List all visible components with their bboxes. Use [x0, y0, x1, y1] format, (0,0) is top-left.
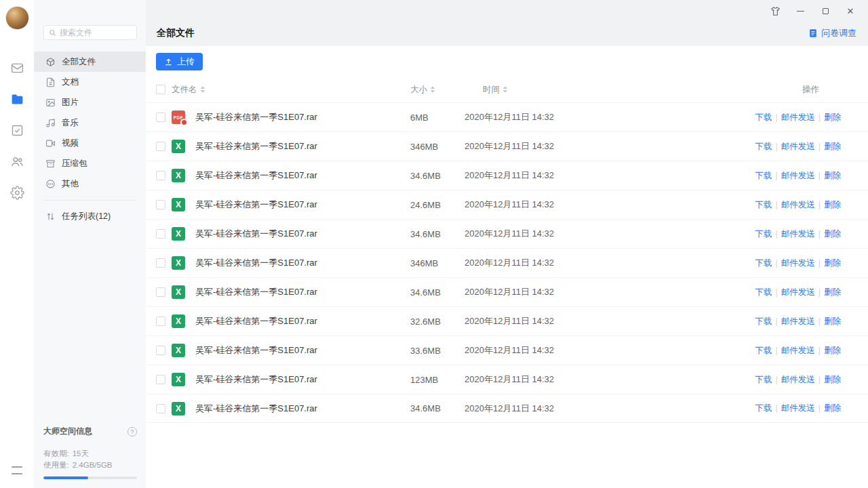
row-checkbox[interactable] — [156, 375, 165, 384]
minimize-button[interactable] — [792, 3, 808, 20]
download-link[interactable]: 下载 — [755, 287, 772, 297]
row-checkbox[interactable] — [156, 200, 165, 209]
close-button[interactable]: ✕ — [842, 3, 859, 20]
download-link[interactable]: 下载 — [755, 113, 772, 122]
delete-link[interactable]: 删除 — [824, 258, 841, 268]
file-name[interactable]: 吴军-硅谷来信第一季S1E07.rar — [195, 199, 317, 211]
email-send-link[interactable]: 邮件发送 — [781, 171, 815, 180]
row-checkbox[interactable] — [156, 142, 165, 151]
row-checkbox[interactable] — [156, 404, 165, 413]
file-name[interactable]: 吴军-硅谷来信第一季S1E07.rar — [195, 344, 317, 357]
email-send-link[interactable]: 邮件发送 — [781, 113, 815, 122]
theme-skin-icon[interactable] — [767, 3, 783, 20]
delete-link[interactable]: 删除 — [824, 317, 841, 326]
search-icon — [49, 29, 56, 37]
download-link[interactable]: 下载 — [755, 200, 772, 209]
sort-icon[interactable] — [201, 86, 205, 93]
sort-icon[interactable] — [431, 86, 435, 93]
download-link[interactable]: 下载 — [755, 171, 772, 180]
sidebar-item-label: 音乐 — [62, 117, 79, 129]
row-checkbox[interactable] — [156, 113, 165, 122]
sidebar-item-archives[interactable]: 压缩包 — [34, 153, 146, 174]
file-name[interactable]: 吴军-硅谷来信第一季S1E07.rar — [195, 315, 317, 327]
file-time: 2020年12月11日 14:32 — [465, 169, 665, 182]
mail-icon[interactable] — [9, 60, 25, 76]
file-name[interactable]: 吴军-硅谷来信第一季S1E07.rar — [195, 403, 317, 415]
sidebar-item-music[interactable]: 音乐 — [34, 113, 146, 133]
row-checkbox[interactable] — [156, 317, 165, 326]
row-checkbox[interactable] — [156, 287, 165, 297]
file-name[interactable]: 吴军-硅谷来信第一季S1E07.rar — [195, 169, 317, 182]
row-checkbox[interactable] — [156, 258, 165, 268]
file-name[interactable]: 吴军-硅谷来信第一季S1E07.rar — [195, 373, 317, 386]
tasks-icon[interactable] — [9, 122, 25, 138]
settings-icon[interactable] — [9, 184, 25, 201]
sidebar-item-videos[interactable]: 视频 — [34, 133, 146, 153]
delete-link[interactable]: 删除 — [824, 171, 841, 180]
email-send-link[interactable]: 邮件发送 — [781, 229, 815, 239]
column-name[interactable]: 文件名 — [172, 84, 410, 96]
email-send-link[interactable]: 邮件发送 — [781, 317, 815, 326]
delete-link[interactable]: 删除 — [824, 287, 841, 297]
file-time: 2020年12月11日 14:32 — [465, 373, 665, 386]
row-checkbox[interactable] — [156, 229, 165, 239]
download-link[interactable]: 下载 — [755, 258, 772, 268]
delete-link[interactable]: 删除 — [824, 375, 841, 384]
email-send-link[interactable]: 邮件发送 — [781, 200, 815, 209]
email-send-link[interactable]: 邮件发送 — [781, 375, 815, 384]
files-icon[interactable] — [9, 91, 25, 107]
email-send-link[interactable]: 邮件发送 — [781, 142, 815, 151]
file-time: 2020年12月11日 14:32 — [465, 257, 665, 269]
delete-link[interactable]: 删除 — [824, 229, 841, 239]
contacts-icon[interactable] — [9, 153, 25, 169]
file-name[interactable]: 吴军-硅谷来信第一季S1E07.rar — [195, 140, 317, 152]
sidebar-item-task-list[interactable]: 任务列表(12) — [34, 206, 146, 226]
survey-link[interactable]: 问卷调查 — [808, 27, 856, 39]
file-name[interactable]: 吴军-硅谷来信第一季S1E07.rar — [195, 228, 317, 240]
shared-badge — [180, 119, 188, 126]
file-time: 2020年12月11日 14:32 — [465, 344, 665, 357]
email-send-link[interactable]: 邮件发送 — [781, 346, 815, 355]
download-link[interactable]: 下载 — [755, 317, 772, 326]
help-icon[interactable]: ? — [127, 427, 137, 436]
row-checkbox[interactable] — [156, 171, 165, 180]
maximize-button[interactable] — [817, 3, 833, 20]
email-send-link[interactable]: 邮件发送 — [781, 403, 815, 413]
download-link[interactable]: 下载 — [755, 403, 772, 413]
download-link[interactable]: 下载 — [755, 375, 772, 384]
survey-icon — [808, 28, 818, 38]
email-send-link[interactable]: 邮件发送 — [781, 287, 815, 297]
file-name[interactable]: 吴军-硅谷来信第一季S1E07.rar — [195, 286, 317, 298]
upload-button[interactable]: 上传 — [156, 53, 203, 70]
toolbar: 上传 — [146, 46, 868, 77]
sidebar: 全部文件 文档 图片 音乐 视频 压缩包 其他 任务列表(12) 大师空间信息 … — [34, 0, 146, 488]
column-size[interactable]: 大小 — [410, 84, 465, 96]
download-link[interactable]: 下载 — [755, 229, 772, 239]
file-type-icon — [172, 227, 185, 241]
sidebar-item-all-files[interactable]: 全部文件 — [34, 52, 146, 72]
delete-link[interactable]: 删除 — [824, 346, 841, 355]
select-all-checkbox[interactable] — [156, 85, 165, 94]
delete-link[interactable]: 删除 — [824, 403, 841, 413]
delete-link[interactable]: 删除 — [824, 113, 841, 122]
delete-link[interactable]: 删除 — [824, 142, 841, 151]
file-name[interactable]: 吴军-硅谷来信第一季S1E07.rar — [195, 257, 317, 269]
other-icon — [45, 179, 56, 189]
usage-value: 2.4GB/5GB — [73, 460, 113, 471]
search-input[interactable] — [60, 28, 132, 37]
menu-icon[interactable] — [12, 465, 22, 476]
column-time[interactable]: 时间 — [465, 84, 665, 96]
sidebar-item-documents[interactable]: 文档 — [34, 72, 146, 92]
download-link[interactable]: 下载 — [755, 142, 772, 151]
file-name[interactable]: 吴军-硅谷来信第一季S1E07.rar — [195, 111, 317, 123]
sort-icon[interactable] — [503, 86, 507, 93]
download-link[interactable]: 下载 — [755, 346, 772, 355]
sidebar-item-images[interactable]: 图片 — [34, 92, 146, 113]
delete-link[interactable]: 删除 — [824, 200, 841, 209]
sidebar-item-other[interactable]: 其他 — [34, 174, 146, 194]
file-size: 6MB — [410, 113, 465, 123]
avatar[interactable] — [5, 6, 29, 30]
email-send-link[interactable]: 邮件发送 — [781, 258, 815, 268]
row-checkbox[interactable] — [156, 346, 165, 355]
upload-label: 上传 — [177, 56, 195, 68]
